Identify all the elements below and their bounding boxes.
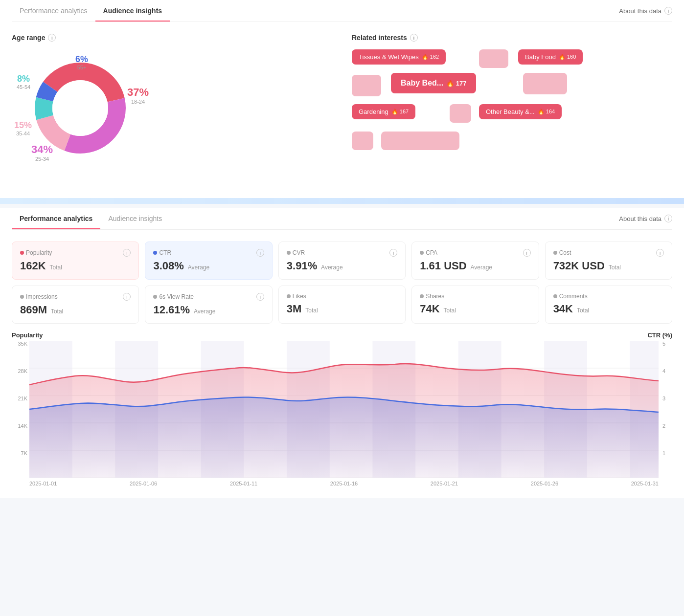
tab-performance-bottom[interactable]: Performance analytics [12,208,100,229]
metric-likes: Likes 3M Total [278,286,406,324]
label-25-34: 34% 25-34 [31,143,53,162]
dot-popularity [20,251,24,255]
label-55plus: 6% 55+ [75,54,88,70]
metric-shares: Shares 74K Total [411,286,539,324]
dot-cvr [287,251,291,255]
metric-view-rate-value: 12.61% Average [153,304,264,316]
info-icon-cvr[interactable]: i [389,249,397,257]
metric-impressions-value: 869M Total [20,304,131,316]
chart-svg [29,341,659,478]
bubble-light-6 [381,132,459,150]
y-axis-right: 5 4 3 2 1 [662,341,672,478]
bubble-light-2 [352,75,381,96]
metric-cpa-value: 1.61 USD Average [420,260,530,272]
bubble-light-5 [352,132,373,150]
metric-view-rate: 6s View Rate i 12.61% Average [145,286,272,324]
metric-impressions-label: Impressions i [20,293,131,301]
metric-ctr: CTR i 3.08% Average [145,242,272,280]
metric-ctr-label: CTR i [153,249,264,257]
info-icon-ctr[interactable]: i [256,249,264,257]
label-45-54: 8% 45-54 [17,74,30,90]
dot-cpa [420,251,424,255]
info-icon-top[interactable]: i [664,7,672,15]
age-range-section: Age range i [12,34,332,186]
bubble-light-1 [479,49,508,68]
info-icon-age[interactable]: i [48,34,56,42]
svg-point-5 [52,80,108,136]
bubble-babyfood[interactable]: Baby Food 🔥 160 [518,49,583,65]
y-axis-left: 35K 28K 21K 14K 7K [12,341,27,478]
bubble-light-3 [523,73,567,94]
metric-shares-label: Shares [420,293,530,300]
dot-cost [553,251,557,255]
info-icon-interests[interactable]: i [410,34,418,42]
metric-cpa: CPA i 1.61 USD Average [411,242,539,280]
bubble-otherbeauty[interactable]: Other Beauty &... 🔥 164 [479,104,562,119]
dot-view-rate [153,295,157,299]
bubble-babybed[interactable]: Baby Bed... 🔥 177 [391,73,476,93]
metric-cost: Cost i 732K USD Total [545,242,672,280]
info-icon-popularity[interactable]: i [123,249,131,257]
info-icon-impressions[interactable]: i [123,293,131,301]
metric-cvr: CVR i 3.91% Average [278,242,406,280]
about-data-bottom: About this data i [619,215,672,222]
metric-popularity-label: Popularity i [20,249,131,257]
metric-view-rate-label: 6s View Rate i [153,293,264,301]
metric-comments-label: Comments [553,293,664,300]
about-data-top: About this data i [619,7,672,15]
metrics-row-2: Impressions i 869M Total 6s View Rate i … [12,286,672,324]
info-icon-bottom[interactable]: i [664,215,672,222]
label-35-44: 15% 35-44 [14,120,32,136]
metric-shares-value: 74K Total [420,303,530,315]
dot-likes [287,294,291,298]
metric-popularity-value: 162K Total [20,260,131,272]
bubble-gardening[interactable]: Gardening 🔥 167 [352,104,415,119]
metric-likes-label: Likes [287,293,397,300]
interests-bubbles: Tissues & Wet Wipes 🔥 162 Baby Food 🔥 16… [352,49,672,186]
section-divider [0,198,684,204]
x-axis: 2025-01-01 2025-01-06 2025-01-11 2025-01… [29,481,659,486]
metric-comments: Comments 34K Total [545,286,672,324]
metric-cpa-label: CPA i [420,249,530,257]
related-interests-section: Related interests i Tissues & Wet Wipes … [352,34,672,186]
info-icon-cpa[interactable]: i [523,249,531,257]
metrics-row-1: Popularity i 162K Total CTR i 3.08% Aver… [12,242,672,280]
chart-header: Popularity CTR (%) [12,331,672,339]
dot-comments [553,294,557,298]
donut-chart: 6% 55+ 8% 45-54 15% 35-44 34% 25-34 37% [12,49,149,167]
metric-likes-value: 3M Total [287,303,397,315]
info-icon-view-rate[interactable]: i [256,293,264,301]
metric-comments-value: 34K Total [553,303,664,315]
metric-impressions: Impressions i 869M Total [12,286,139,324]
dot-impressions [20,295,24,299]
tab-audience-bottom[interactable]: Audience insights [100,208,170,229]
metric-cvr-label: CVR i [287,249,397,257]
label-18-24: 37% 18-24 [127,86,149,105]
tab-performance-top[interactable]: Performance analytics [12,0,95,22]
performance-chart: Popularity CTR (%) 35K 28K 21K 14K 7K 5 … [12,331,672,486]
chart-inner: 35K 28K 21K 14K 7K 5 4 3 2 1 [29,341,659,486]
metric-popularity: Popularity i 162K Total [12,242,139,280]
bubble-light-4 [450,104,471,123]
bubble-tissues[interactable]: Tissues & Wet Wipes 🔥 162 [352,49,446,65]
dot-shares [420,294,424,298]
dot-ctr [153,251,157,255]
age-range-title: Age range i [12,34,332,42]
related-interests-title: Related interests i [352,34,672,42]
chart-svg-container: 35K 28K 21K 14K 7K 5 4 3 2 1 [29,341,659,478]
tab-audience-top[interactable]: Audience insights [95,0,170,22]
metric-cost-label: Cost i [553,249,664,257]
metric-cost-value: 732K USD Total [553,260,664,272]
info-icon-cost[interactable]: i [656,249,664,257]
metric-cvr-value: 3.91% Average [287,260,397,272]
metric-ctr-value: 3.08% Average [153,260,264,272]
